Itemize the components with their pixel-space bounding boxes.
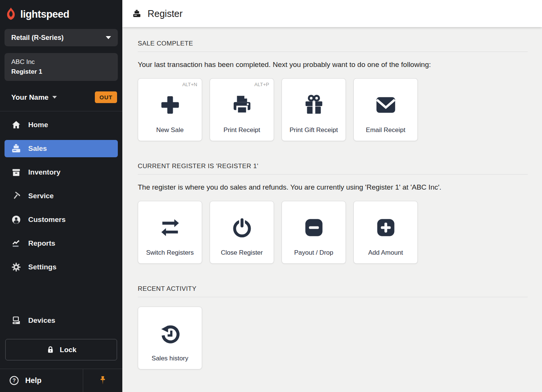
product-selector-label: Retail (R-Series) — [11, 34, 64, 42]
card-label: Payout / Drop — [288, 249, 340, 257]
sidebar-item-label: Home — [28, 121, 48, 129]
history-icon — [158, 322, 182, 345]
product-selector[interactable]: Retail (R-Series) — [5, 29, 118, 46]
page-header: Register — [122, 0, 542, 27]
payout-drop-card[interactable]: Payout / Drop — [282, 201, 346, 264]
print-receipt-card[interactable]: ALT+P Print Receipt — [210, 78, 274, 141]
cash-register-icon — [11, 144, 21, 153]
sidebar-item-devices[interactable]: Devices — [5, 312, 118, 329]
section-sale-complete: SALE COMPLETE Your last transaction has … — [138, 40, 528, 141]
lightspeed-logo[interactable]: lightspeed — [0, 0, 122, 27]
sidebar-item-label: Service — [28, 192, 54, 200]
question-circle-icon: ? — [9, 375, 19, 386]
desktop-device-icon — [11, 316, 21, 325]
sidebar: lightspeed Retail (R-Series) ABC Inc Reg… — [0, 0, 122, 392]
home-icon — [11, 120, 21, 130]
user-name[interactable]: Your Name — [11, 93, 49, 102]
new-sale-card[interactable]: ALT+N New Sale — [138, 78, 202, 141]
sidebar-item-label: Settings — [28, 263, 56, 271]
person-circle-icon — [11, 215, 21, 225]
chart-line-icon — [11, 239, 21, 248]
logo-text: lightspeed — [20, 9, 69, 20]
lock-button[interactable]: Lock — [5, 339, 117, 360]
sidebar-item-service[interactable]: Service — [5, 187, 118, 205]
card-label: Add Amount — [361, 249, 410, 257]
sidebar-item-label: Inventory — [28, 168, 61, 176]
help-label: Help — [25, 376, 41, 385]
lock-button-label: Lock — [60, 346, 76, 354]
sidebar-item-reports[interactable]: Reports — [5, 235, 118, 252]
section-description: Your last transaction has been completed… — [138, 61, 528, 69]
section-title: RECENT ACTIVITY — [138, 285, 528, 297]
account-box[interactable]: ABC Inc Register 1 — [5, 53, 118, 81]
section-title: CURRENT REGISTER IS 'REGISTER 1' — [138, 163, 528, 175]
sidebar-item-label: Sales — [28, 144, 47, 153]
hammer-icon — [11, 191, 21, 201]
sidebar-item-home[interactable]: Home — [5, 116, 118, 134]
card-label: Sales history — [145, 354, 195, 363]
sidebar-item-customers[interactable]: Customers — [5, 211, 118, 228]
add-amount-card[interactable]: Add Amount — [353, 201, 418, 264]
chevron-down-icon[interactable] — [52, 96, 57, 99]
main-area: Register SALE COMPLETE Your last transac… — [122, 0, 542, 392]
sidebar-item-label: Reports — [28, 239, 55, 248]
user-row: Your Name OUT — [11, 91, 117, 103]
account-company: ABC Inc — [11, 57, 111, 67]
card-label: Email Receipt — [359, 126, 412, 134]
help-button[interactable]: ? Help — [0, 369, 83, 392]
print-gift-receipt-card[interactable]: Print Gift Receipt — [282, 78, 346, 141]
card-label: Print Gift Receipt — [283, 126, 345, 134]
switch-arrows-icon — [158, 216, 182, 239]
card-label: Close Register — [214, 249, 270, 257]
card-row: ALT+N New Sale ALT+P — [138, 78, 528, 141]
sidebar-item-sales[interactable]: Sales — [5, 140, 118, 157]
sidebar-item-inventory[interactable]: Inventory — [5, 164, 118, 181]
cash-register-icon — [132, 9, 141, 18]
plus-icon — [158, 93, 182, 117]
pin-sidebar-button[interactable] — [83, 369, 122, 392]
section-description: The register is where you do sales and r… — [138, 183, 528, 191]
plus-square-icon — [374, 216, 397, 239]
lightspeed-flame-icon — [5, 7, 17, 21]
archive-box-icon — [11, 167, 21, 177]
svg-text:?: ? — [12, 377, 16, 383]
close-register-card[interactable]: Close Register — [210, 201, 274, 264]
section-current-register: CURRENT REGISTER IS 'REGISTER 1' The reg… — [138, 163, 528, 264]
email-receipt-card[interactable]: Email Receipt — [353, 78, 418, 141]
minus-square-icon — [302, 216, 326, 239]
gear-icon — [11, 262, 21, 272]
card-label: New Sale — [149, 126, 190, 134]
gift-icon — [302, 93, 326, 117]
shortcut-badge: ALT+N — [182, 82, 197, 87]
clock-out-badge[interactable]: OUT — [95, 91, 117, 103]
section-recent-activity: RECENT ACTIVITY Sales history — [138, 285, 528, 369]
switch-registers-card[interactable]: Switch Registers — [138, 201, 202, 264]
section-title: SALE COMPLETE — [138, 40, 528, 52]
card-label: Print Receipt — [217, 126, 267, 134]
sales-history-card[interactable]: Sales history — [138, 307, 202, 369]
pushpin-icon — [98, 375, 108, 386]
page-title: Register — [148, 8, 183, 19]
account-register: Register 1 — [11, 67, 111, 77]
sidebar-bottom-bar: ? Help — [0, 369, 122, 392]
sidebar-nav: Home Sales Inventory Service — [0, 111, 122, 282]
power-icon — [230, 216, 254, 239]
chevron-down-icon — [106, 36, 111, 39]
printer-icon — [230, 93, 254, 117]
sidebar-item-label: Customers — [28, 216, 65, 224]
content: SALE COMPLETE Your last transaction has … — [122, 27, 542, 392]
sidebar-item-label: Devices — [28, 316, 55, 325]
sidebar-item-settings[interactable]: Settings — [5, 258, 118, 276]
card-row: Sales history — [138, 307, 528, 369]
lock-icon — [46, 345, 55, 354]
envelope-icon — [374, 93, 397, 117]
card-label: Switch Registers — [139, 249, 201, 257]
shortcut-badge: ALT+P — [254, 82, 269, 87]
card-row: Switch Registers Close Register — [138, 201, 528, 264]
